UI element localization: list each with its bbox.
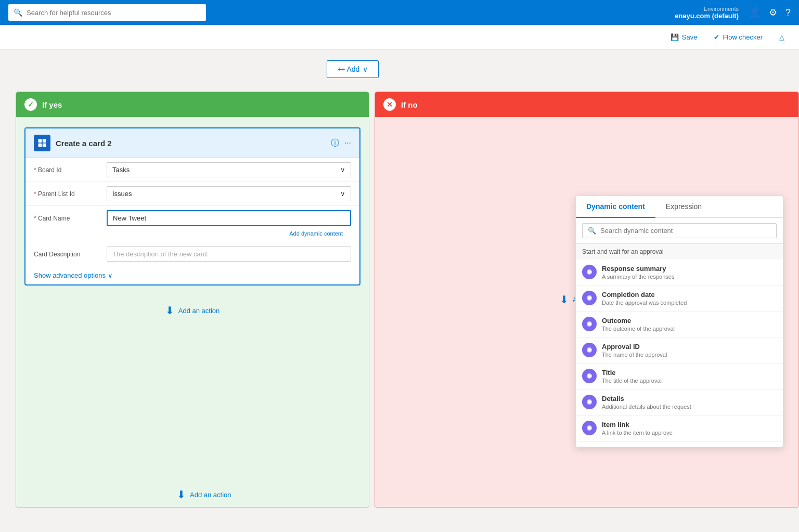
card-description-label: Card Description	[34, 251, 107, 258]
card-name-input[interactable]	[107, 210, 351, 226]
person-icon[interactable]: 👤	[749, 7, 761, 18]
panel-item-desc: The title of the approval	[602, 378, 777, 384]
panel-item[interactable]: Item linkA link to the item to approve	[576, 416, 783, 442]
branch-yes-title: If yes	[42, 100, 62, 109]
env-name: enayu.com (default)	[675, 12, 739, 20]
bottom-add-action-icon: ⬇	[177, 488, 186, 501]
panel-item[interactable]: DetailsAdditional details about the requ…	[576, 390, 783, 416]
canvas: + + Add ∨ ✓ If yes	[0, 50, 799, 532]
svg-point-13	[588, 374, 591, 378]
branch-no-header: ✕ If no	[375, 92, 798, 117]
board-id-chevron: ∨	[340, 166, 345, 174]
panel-item-icon	[582, 369, 597, 383]
add-button[interactable]: + + Add ∨	[327, 60, 379, 78]
top-icons: 👤 ⚙ ?	[749, 7, 791, 18]
environments-label: Environments	[675, 6, 739, 12]
save-button[interactable]: 💾 Save	[666, 31, 702, 43]
board-id-label: * Board Id	[34, 166, 107, 174]
card-name-label: * Card Name	[34, 215, 107, 222]
add-dynamic-content-link[interactable]: Add dynamic content	[281, 229, 351, 238]
svg-rect-0	[38, 139, 42, 143]
panel-item[interactable]: Approval IDThe name of the approval	[576, 338, 783, 364]
top-bar: 🔍 Environments enayu.com (default) 👤 ⚙ ?	[0, 0, 799, 25]
panel-item-title: Approval ID	[602, 343, 777, 351]
panel-item-desc: A summary of the responses	[602, 274, 777, 280]
card-logo	[34, 135, 50, 151]
panel-item[interactable]: Item link description	[576, 442, 783, 447]
panel-item-title: Title	[602, 369, 777, 377]
show-advanced-options[interactable]: Show advanced options ∨	[25, 266, 359, 284]
panel-items: Response summaryA summary of the respons…	[576, 259, 783, 447]
add-action-yes[interactable]: ⬇ Add an action	[16, 296, 369, 325]
branch-no-title: If no	[401, 100, 418, 109]
panel-search-area: 🔍	[576, 218, 783, 244]
test-icon: △	[779, 33, 784, 41]
parent-list-id-select[interactable]: Issues ∨	[107, 186, 351, 201]
board-id-select[interactable]: Tasks ∨	[107, 162, 351, 177]
add-action-no-icon: ⬇	[560, 293, 569, 306]
panel-item-content: DetailsAdditional details about the requ…	[602, 395, 777, 410]
panel-item-icon	[582, 265, 597, 279]
panel-tabs: Dynamic content Expression	[576, 196, 783, 218]
panel-item[interactable]: OutcomeThe outcome of the approval	[576, 312, 783, 338]
panel-item-content: Item linkA link to the item to approve	[602, 421, 777, 436]
dynamic-content-panel: Dynamic content Expression 🔍 Start and w…	[575, 196, 783, 447]
panel-item-title: Item link	[602, 421, 777, 429]
top-right-area: Environments enayu.com (default) 👤 ⚙ ?	[675, 6, 791, 20]
svg-point-11	[588, 348, 591, 352]
card-more-icon[interactable]: ···	[344, 138, 351, 148]
branch-yes: ✓ If yes Create a card 2 ⓘ	[16, 92, 369, 508]
panel-item-title: Outcome	[602, 317, 777, 325]
search-box[interactable]: 🔍	[8, 4, 206, 21]
panel-item[interactable]: Completion dateDate the approval was com…	[576, 286, 783, 312]
save-icon: 💾	[671, 33, 679, 41]
panel-item-desc: The outcome of the approval	[602, 326, 777, 332]
panel-item-desc: Date the approval was completed	[602, 300, 777, 306]
board-id-row: * Board Id Tasks ∨	[25, 158, 359, 182]
gear-icon[interactable]: ⚙	[769, 7, 777, 18]
test-button[interactable]: △	[775, 31, 789, 43]
svg-rect-2	[38, 144, 42, 147]
svg-point-15	[588, 400, 591, 404]
panel-item-content: TitleThe title of the approval	[602, 369, 777, 384]
add-chevron-icon: ∨	[363, 65, 368, 73]
tab-expression[interactable]: Expression	[655, 196, 712, 217]
help-icon[interactable]: ?	[785, 7, 791, 18]
panel-item-content: OutcomeThe outcome of the approval	[602, 317, 777, 332]
search-input[interactable]	[27, 9, 201, 17]
branch-yes-icon: ✓	[24, 98, 37, 111]
panel-item-desc: A link to the item to approve	[602, 430, 777, 436]
panel-item-desc: Additional details about the request	[602, 404, 777, 410]
parent-list-chevron: ∨	[340, 190, 345, 198]
panel-item-content: Completion dateDate the approval was com…	[602, 291, 777, 306]
svg-rect-3	[43, 144, 46, 147]
svg-point-7	[588, 296, 591, 300]
parent-list-id-row: * Parent List Id Issues ∨	[25, 182, 359, 206]
branch-no-icon: ✕	[383, 98, 396, 111]
card-description-row: Card Description The description of the …	[25, 242, 359, 266]
flow-checker-button[interactable]: ✔ Flow checker	[710, 31, 767, 43]
panel-item-content: Response summaryA summary of the respons…	[602, 265, 777, 280]
card-info-icon[interactable]: ⓘ	[331, 138, 339, 149]
show-advanced-chevron: ∨	[108, 271, 113, 279]
panel-item-title: Details	[602, 395, 777, 403]
panel-item-content: Approval IDThe name of the approval	[602, 343, 777, 358]
add-action-yes-icon: ⬇	[165, 304, 174, 317]
panel-item-icon	[582, 395, 597, 409]
panel-item-icon	[582, 317, 597, 331]
card-description-input[interactable]: The description of the new card.	[107, 246, 351, 262]
svg-point-9	[588, 322, 591, 326]
flow-checker-icon: ✔	[714, 33, 719, 41]
tab-dynamic-content[interactable]: Dynamic content	[576, 196, 655, 218]
panel-search-input[interactable]	[600, 227, 771, 235]
panel-search-box[interactable]: 🔍	[582, 223, 777, 238]
panel-item[interactable]: TitleThe title of the approval	[576, 364, 783, 390]
bottom-add-action[interactable]: ⬇ Add an action	[177, 488, 231, 501]
add-btn-container: + + Add ∨	[327, 60, 379, 78]
create-card: Create a card 2 ⓘ ··· * Board Id Tasks ∨	[24, 127, 360, 286]
svg-point-17	[588, 426, 591, 430]
svg-point-5	[588, 270, 591, 274]
panel-item[interactable]: Response summaryA summary of the respons…	[576, 259, 783, 286]
search-icon: 🔍	[14, 8, 22, 17]
card-name-row: * Card Name Add dynamic content	[25, 206, 359, 242]
